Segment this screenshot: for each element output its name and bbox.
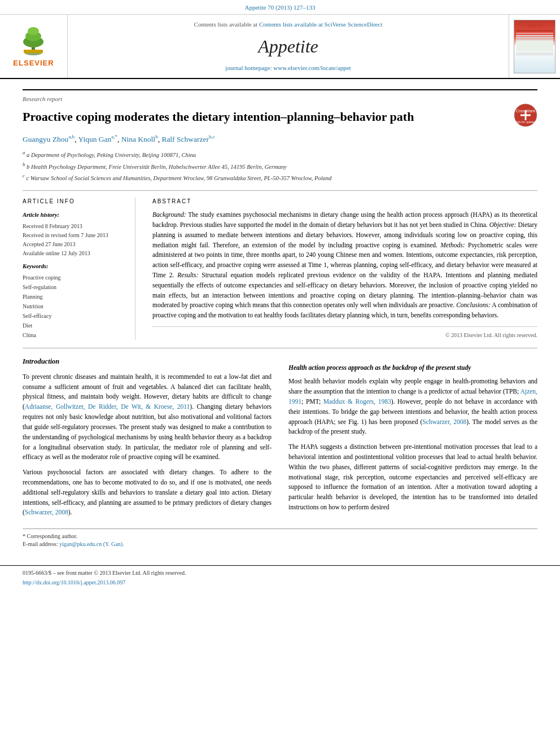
keyword-4: Nutrition (23, 302, 124, 311)
article-info-panel: Article Info Article history: Received 8… (23, 198, 135, 340)
abstract-copyright: © 2013 Elsevier Ltd. All rights reserved… (152, 326, 537, 339)
sciverse-link[interactable]: Contents lists available at SciVerse Sci… (259, 21, 382, 28)
authors-line: Guangyu Zhoua,b, Yiqun Gana,*, Nina Knol… (23, 133, 537, 145)
hapa-section-heading: Health action process approach as the ba… (288, 363, 537, 373)
keywords-label: Keywords: (23, 263, 124, 271)
introduction-heading: Introduction (23, 356, 272, 367)
schwarzer-2008-ref[interactable]: Schwarzer, 2008 (25, 509, 68, 516)
journal-title-section: Contents lists available at Contents lis… (68, 15, 509, 78)
thumbnail-title: Appetite (514, 20, 555, 28)
article-info-heading: Article Info (23, 198, 124, 206)
affiliation-b: b b Health Psychology Department, Freie … (23, 161, 537, 171)
journal-homepage-text: journal homepage: www.elsevier.com/locat… (225, 64, 351, 72)
contents-available-text: Contents lists available at Contents lis… (194, 20, 383, 29)
abstract-panel: Abstract Background: The study examines … (152, 198, 537, 340)
keyword-2: Self-regulation (23, 282, 124, 292)
elsevier-tree-icon (14, 25, 53, 56)
adriaanse-ref[interactable]: Adriaanse, Gollwitzer, De Ridder, De Wit… (25, 403, 190, 410)
author-knoll: Nina Knoll (121, 134, 155, 143)
footnote-email: E-mail address: yigan@pku.edu.cn (Y. Gan… (23, 540, 537, 548)
intro-para-1: To prevent chronic diseases and maintain… (23, 372, 272, 462)
keyword-6: Diet (23, 321, 124, 330)
affiliation-a: a a Department of Psychology, Peking Uni… (23, 149, 537, 159)
journal-cover-thumbnail: Appetite (514, 20, 555, 73)
author-zhou: Guangyu Zhou (23, 134, 68, 143)
date-online: Available online 12 July 2013 (23, 249, 124, 258)
date-received: Received 8 February 2013 (23, 222, 124, 231)
crossmark-icon: CrossMark click for updates (514, 103, 537, 127)
abstract-text: Background: The study examines psychosoc… (152, 210, 537, 321)
page-footer: 0195-6663/$ – see front matter © 2013 El… (0, 565, 560, 592)
keyword-5: Self-efficacy (23, 311, 124, 321)
footnote-section: * Corresponding author. E-mail address: … (23, 528, 537, 548)
author-schwarzer: Ralf Schwarzer (161, 134, 209, 143)
intro-para-2: Various psychosocial factors are associa… (23, 468, 272, 518)
author-gan: Yiqun Gan (78, 134, 111, 143)
journal-citation: Appetite 70 (2013) 127–133 (0, 0, 560, 15)
journal-header: ELSEVIER Contents lists available at Con… (0, 15, 560, 79)
keyword-1: Proactive coping (23, 273, 124, 282)
footnote-star: * Corresponding author. (23, 532, 537, 540)
thumbnail-content (514, 28, 555, 57)
date-accepted: Accepted 27 June 2013 (23, 240, 124, 249)
elsevier-brand-text: ELSEVIER (13, 58, 54, 68)
hapa-para-1: Most health behavior models explain why … (288, 377, 537, 437)
article-body: Research report Proactive coping moderat… (0, 79, 560, 560)
article-dates: Received 8 February 2013 Received in rev… (23, 222, 124, 258)
info-abstract-section: Article Info Article history: Received 8… (23, 190, 537, 340)
keyword-7: China (23, 330, 124, 340)
abstract-heading: Abstract (152, 198, 537, 206)
main-text-columns: Introduction To prevent chronic diseases… (23, 348, 537, 523)
svg-text:click for updates: click for updates (515, 120, 536, 124)
footer-doi: http://dx.doi.org/10.1016/j.appet.2013.0… (23, 579, 537, 587)
affiliations: a a Department of Psychology, Peking Uni… (23, 149, 537, 182)
hapa-para-2: The HAPA suggests a distinction between … (288, 442, 537, 513)
article-title: Proactive coping moderates the dietary i… (23, 109, 505, 125)
left-column: Introduction To prevent chronic diseases… (23, 356, 272, 523)
svg-rect-5 (24, 50, 43, 53)
article-history-label: Article history: (23, 211, 124, 220)
doi-link[interactable]: http://dx.doi.org/10.1016/j.appet.2013.0… (23, 579, 125, 586)
keywords-list: Proactive coping Self-regulation Plannin… (23, 273, 124, 340)
right-column: Health action process approach as the ba… (288, 356, 537, 523)
crossmark-badge[interactable]: CrossMark click for updates (514, 103, 537, 130)
svg-point-4 (28, 27, 39, 35)
maddux-ref[interactable]: Maddux & Rogers, 1983 (323, 398, 391, 405)
journal-thumbnail-section: Appetite (509, 15, 560, 78)
schwarzer-hapa-ref[interactable]: Schwarzer, 2008 (422, 418, 466, 425)
email-link[interactable]: yigan@pku.edu.cn (Y. Gan). (59, 541, 124, 547)
report-label: Research report (23, 89, 537, 103)
affiliation-c: c c Warsaw School of Social Sciences and… (23, 172, 537, 182)
elsevier-logo-section: ELSEVIER (0, 15, 68, 78)
footer-copyright: 0195-6663/$ – see front matter © 2013 El… (23, 569, 537, 577)
date-revised: Received in revised form 7 June 2013 (23, 231, 124, 240)
keyword-3: Planning (23, 292, 124, 302)
journal-name: Appetite (258, 34, 318, 59)
